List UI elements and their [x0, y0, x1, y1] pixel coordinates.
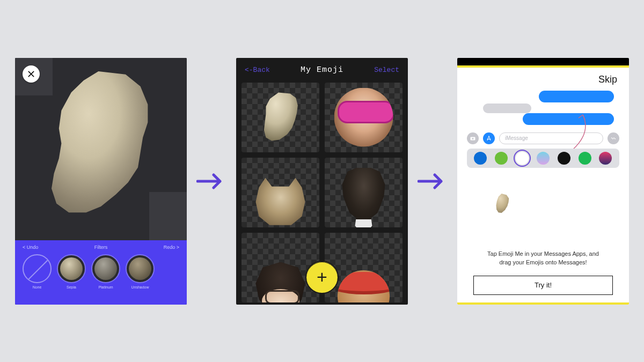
message-input-row: iMessage	[467, 132, 619, 144]
close-button[interactable]	[23, 65, 40, 83]
gallery-screen: <-Back My Emoji Select +	[236, 58, 408, 305]
editor-screen: < Undo Filters Redo > None Sepia Platinu…	[15, 58, 187, 305]
undo-button[interactable]: < Undo	[23, 245, 38, 250]
editor-canvas[interactable]	[15, 58, 187, 240]
drawer-app-emoji-me[interactable]	[516, 152, 529, 165]
appstore-icon[interactable]	[483, 132, 495, 144]
flow-arrow-icon	[418, 171, 448, 192]
chat-bubble-outgoing	[523, 113, 614, 125]
onboarding-screen: Skip iMessage Tap Emoji Me in you	[457, 58, 629, 305]
message-input[interactable]: iMessage	[499, 132, 603, 144]
face-cutout[interactable]	[39, 69, 163, 219]
filter-tray: < Undo Filters Redo > None Sepia Platinu…	[15, 240, 187, 305]
redo-button[interactable]: Redo >	[164, 245, 179, 250]
filter-none[interactable]	[23, 254, 52, 283]
skip-button[interactable]: Skip	[457, 68, 629, 85]
onboarding-tip: Tap Emoji Me in your Messages Apps, and …	[457, 249, 629, 267]
drawer-app-loop[interactable]	[558, 152, 570, 165]
status-bar	[457, 58, 629, 65]
chat-bubble-outgoing	[539, 91, 614, 102]
filter-name: Platinum	[91, 285, 120, 289]
select-button[interactable]: Select	[374, 66, 399, 74]
filter-name: None	[23, 285, 52, 289]
close-icon	[27, 70, 35, 78]
imessage-app-drawer	[467, 149, 619, 168]
emoji-cell[interactable]	[241, 83, 319, 152]
voice-icon[interactable]	[608, 132, 619, 144]
try-it-button[interactable]: Try it!	[473, 276, 613, 295]
flow-arrow-icon	[196, 171, 226, 192]
filters-label: Filters	[94, 245, 108, 250]
filter-name: Unshadow	[126, 285, 155, 289]
drawer-app-spotify[interactable]	[579, 152, 591, 165]
drawer-app-eyes[interactable]	[495, 152, 508, 165]
plus-icon: +	[317, 267, 327, 287]
drawer-app-mask[interactable]	[599, 152, 612, 165]
chat-bubble-incoming	[483, 104, 531, 113]
placeholder-text: iMessage	[505, 135, 528, 141]
add-button[interactable]: +	[305, 261, 339, 294]
emoji-cell[interactable]	[325, 83, 402, 152]
filter-sepia[interactable]	[57, 254, 86, 283]
drawer-app-dropbox[interactable]	[474, 152, 487, 165]
emoji-cell[interactable]	[325, 233, 402, 302]
dragged-emoji[interactable]	[493, 193, 512, 215]
drawer-app-stickers[interactable]	[537, 152, 550, 165]
filter-name: Sepia	[57, 285, 86, 289]
chat-preview	[467, 91, 619, 128]
filter-platinum[interactable]	[91, 254, 120, 283]
filter-unshadow[interactable]	[126, 254, 155, 283]
camera-icon[interactable]	[467, 132, 479, 144]
back-button[interactable]: <-Back	[245, 66, 270, 74]
svg-point-1	[472, 138, 474, 139]
emoji-cell[interactable]	[241, 158, 319, 227]
page-title: My Emoji	[301, 65, 343, 75]
emoji-cell[interactable]	[325, 158, 402, 227]
